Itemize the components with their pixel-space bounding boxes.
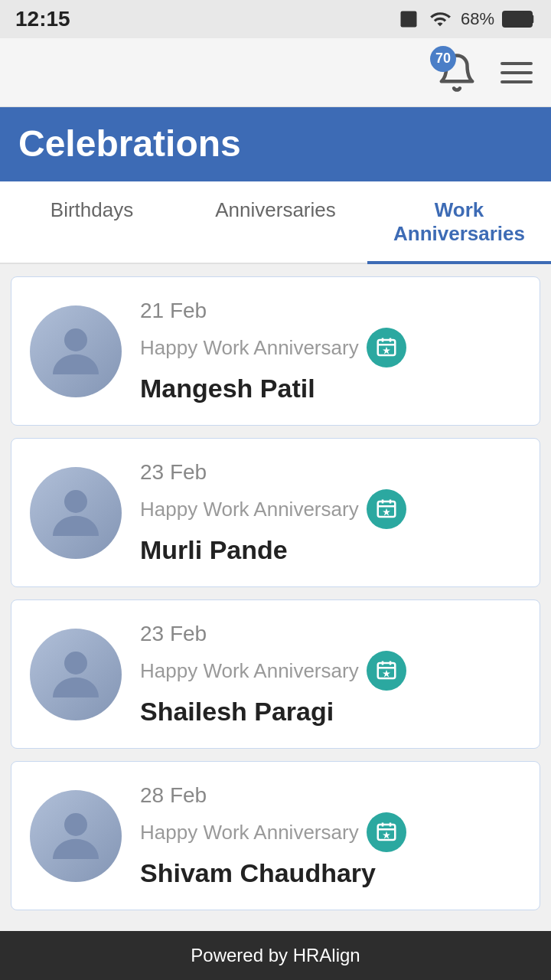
card-date: 23 Feb bbox=[140, 460, 521, 485]
card-info: 23 Feb Happy Work Anniversary Shailesh P… bbox=[140, 622, 521, 727]
work-anniversary-icon bbox=[367, 651, 406, 691]
card-date: 21 Feb bbox=[140, 299, 521, 323]
card-subtitle: Happy Work Anniversary bbox=[140, 336, 359, 360]
person-silhouette-icon bbox=[41, 640, 110, 709]
svg-marker-14 bbox=[383, 508, 390, 516]
card-info: 28 Feb Happy Work Anniversary Shivam Cha… bbox=[140, 783, 521, 888]
tab-work-anniversaries[interactable]: Work Anniversaries bbox=[367, 181, 551, 263]
page-title: Celebrations bbox=[18, 122, 533, 165]
avatar bbox=[30, 467, 122, 559]
calendar-star-icon bbox=[375, 498, 398, 521]
battery-icon bbox=[502, 9, 536, 29]
page-header: Celebrations bbox=[0, 107, 551, 181]
card-subtitle: Happy Work Anniversary bbox=[140, 659, 359, 683]
hamburger-menu-button[interactable] bbox=[500, 62, 533, 83]
nav-bar: 70 bbox=[0, 38, 551, 107]
work-anniversary-icon bbox=[367, 812, 406, 852]
status-icons: 68% bbox=[398, 8, 536, 30]
card-name: Murli Pande bbox=[140, 535, 521, 565]
svg-marker-26 bbox=[383, 831, 390, 839]
tab-birthdays[interactable]: Birthdays bbox=[0, 181, 184, 263]
work-anniversary-icon bbox=[367, 489, 406, 529]
card-info: 23 Feb Happy Work Anniversary Murli Pand… bbox=[140, 460, 521, 565]
notification-badge: 70 bbox=[430, 46, 456, 72]
svg-point-15 bbox=[64, 652, 87, 675]
svg-point-21 bbox=[64, 813, 87, 836]
status-bar: 12:15 68% bbox=[0, 0, 551, 38]
card-name: Shivam Chaudhary bbox=[140, 858, 521, 888]
avatar bbox=[30, 305, 122, 397]
stop-icon bbox=[398, 8, 419, 30]
card-subtitle-row: Happy Work Anniversary bbox=[140, 651, 521, 691]
card-subtitle-row: Happy Work Anniversary bbox=[140, 812, 521, 852]
person-silhouette-icon bbox=[41, 479, 110, 547]
tabs-container: Birthdays Anniversaries Work Anniversari… bbox=[0, 181, 551, 264]
card-date: 28 Feb bbox=[140, 783, 521, 808]
person-silhouette-icon bbox=[41, 317, 110, 386]
card-date: 23 Feb bbox=[140, 622, 521, 646]
avatar bbox=[30, 629, 122, 720]
battery-text: 68% bbox=[461, 9, 494, 29]
celebration-card: 28 Feb Happy Work Anniversary Shivam Cha… bbox=[11, 761, 540, 910]
avatar bbox=[30, 790, 122, 882]
tab-anniversaries[interactable]: Anniversaries bbox=[184, 181, 367, 263]
work-anniversary-icon bbox=[367, 328, 406, 368]
svg-marker-8 bbox=[383, 347, 390, 354]
card-info: 21 Feb Happy Work Anniversary Mangesh Pa… bbox=[140, 299, 521, 403]
card-name: Mangesh Patil bbox=[140, 374, 521, 403]
celebration-card: 23 Feb Happy Work Anniversary Murli Pand… bbox=[11, 438, 540, 587]
celebration-card: 21 Feb Happy Work Anniversary Mangesh Pa… bbox=[11, 276, 540, 426]
status-time: 12:15 bbox=[15, 7, 70, 31]
cards-container: 21 Feb Happy Work Anniversary Mangesh Pa… bbox=[0, 264, 551, 969]
footer-text: Powered by HRAlign bbox=[191, 945, 360, 965]
card-name: Shailesh Paragi bbox=[140, 697, 521, 727]
notification-wrapper[interactable]: 70 bbox=[436, 52, 478, 93]
calendar-star-icon bbox=[375, 336, 398, 359]
card-subtitle-row: Happy Work Anniversary bbox=[140, 489, 521, 529]
wifi-icon bbox=[427, 8, 453, 30]
svg-rect-2 bbox=[504, 12, 524, 26]
svg-point-3 bbox=[64, 328, 87, 351]
card-subtitle: Happy Work Anniversary bbox=[140, 498, 359, 521]
celebration-card: 23 Feb Happy Work Anniversary Shailesh P… bbox=[11, 599, 540, 749]
footer: Powered by HRAlign bbox=[0, 931, 551, 980]
svg-marker-20 bbox=[383, 670, 390, 678]
card-subtitle: Happy Work Anniversary bbox=[140, 821, 359, 844]
svg-point-9 bbox=[64, 490, 87, 513]
calendar-star-icon bbox=[375, 821, 398, 844]
calendar-star-icon bbox=[375, 659, 398, 682]
svg-rect-0 bbox=[400, 11, 416, 28]
card-subtitle-row: Happy Work Anniversary bbox=[140, 328, 521, 368]
person-silhouette-icon bbox=[41, 802, 110, 871]
